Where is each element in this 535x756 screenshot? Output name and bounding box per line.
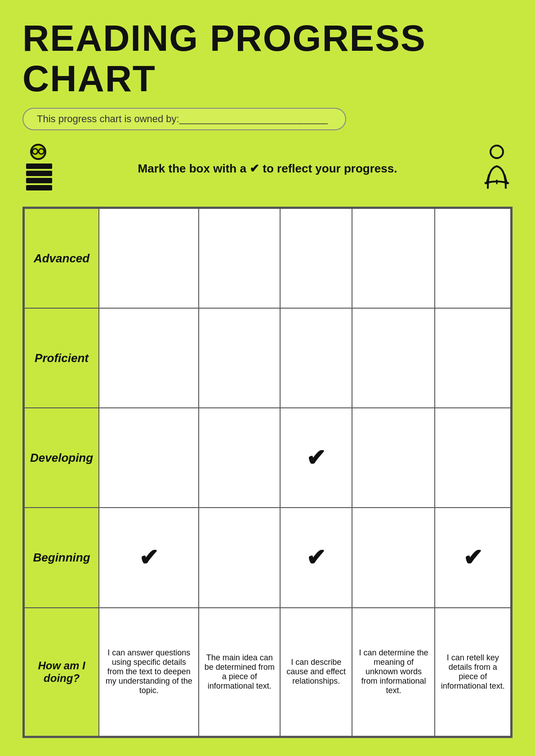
advanced-label: Advanced: [24, 208, 99, 308]
advanced-col5: [435, 208, 511, 308]
svg-point-10: [490, 146, 503, 158]
progress-table-wrapper: Advanced Proficient Developing: [22, 207, 513, 738]
page-title: READING PROGRESS CHART: [22, 18, 513, 99]
table-row-developing: Developing ✔: [24, 408, 511, 508]
developing-col5: [435, 408, 511, 508]
developing-col4: [352, 408, 435, 508]
table-row-advanced: Advanced: [24, 208, 511, 308]
desc-col4: I can determine the meaning of unknown w…: [352, 608, 435, 737]
teacher-icon: [22, 144, 72, 193]
proficient-col5: [435, 308, 511, 408]
check-beginning-5: ✔: [463, 544, 483, 570]
proficient-label: Proficient: [24, 308, 99, 408]
table-row-howami: How am Idoing? I can answer questions us…: [24, 608, 511, 737]
svg-rect-9: [26, 185, 52, 190]
owner-label: This progress chart is owned by:________…: [22, 108, 346, 130]
beginning-col3: ✔: [280, 508, 352, 607]
check-developing-3: ✔: [306, 445, 326, 471]
developing-col3: ✔: [280, 408, 352, 508]
advanced-col4: [352, 208, 435, 308]
beginning-col4: [352, 508, 435, 607]
svg-rect-6: [26, 164, 52, 169]
check-beginning-3: ✔: [306, 544, 326, 570]
howami-label: How am Idoing?: [24, 608, 99, 737]
beginning-label: Beginning: [24, 508, 99, 607]
desc-col2: The main idea can be determined from a p…: [199, 608, 280, 737]
svg-rect-8: [26, 178, 52, 183]
table-row-proficient: Proficient: [24, 308, 511, 408]
developing-col2: [199, 408, 280, 508]
proficient-col4: [352, 308, 435, 408]
beginning-col2: [199, 508, 280, 607]
desc-col1: I can answer questions using specific de…: [99, 608, 199, 737]
advanced-col3: [280, 208, 352, 308]
proficient-col3: [280, 308, 352, 408]
beginning-col1: ✔: [99, 508, 199, 607]
advanced-col1: [99, 208, 199, 308]
developing-label: Developing: [24, 408, 99, 508]
desc-col5: I can retell key details from a piece of…: [435, 608, 511, 737]
reader-icon: [463, 144, 513, 193]
proficient-col1: [99, 308, 199, 408]
svg-rect-7: [26, 171, 52, 176]
desc-col3: I can describe cause and effect relation…: [280, 608, 352, 737]
beginning-col5: ✔: [435, 508, 511, 607]
developing-col1: [99, 408, 199, 508]
instruction-text: Mark the box with a ✔ to reflect your pr…: [85, 162, 450, 176]
page: READING PROGRESS CHART This progress cha…: [0, 0, 535, 756]
header-icons-row: Mark the box with a ✔ to reflect your pr…: [22, 144, 513, 193]
table-row-beginning: Beginning ✔ ✔ ✔: [24, 508, 511, 607]
owner-row: This progress chart is owned by:________…: [22, 108, 513, 130]
proficient-col2: [199, 308, 280, 408]
check-beginning-1: ✔: [139, 544, 159, 570]
advanced-col2: [199, 208, 280, 308]
progress-table: Advanced Proficient Developing: [24, 208, 511, 737]
